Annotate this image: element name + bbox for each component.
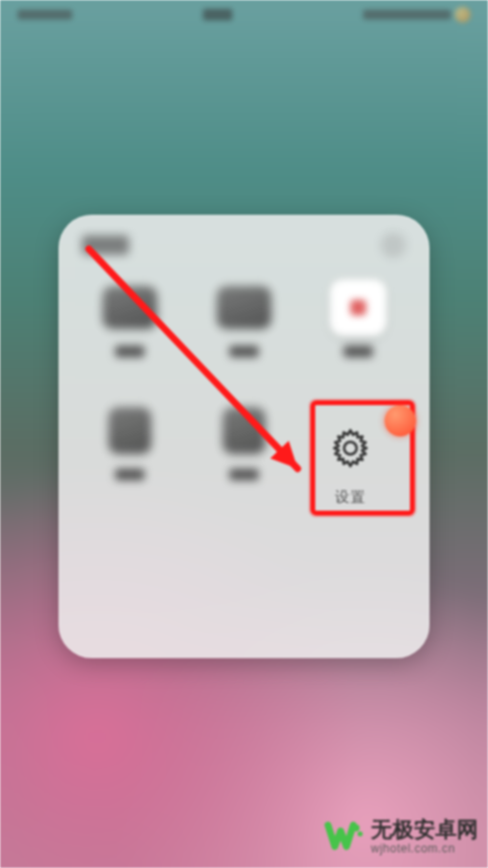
app-label (229, 346, 259, 357)
status-bar (0, 4, 488, 25)
status-right (363, 7, 470, 22)
blur-app-icon (223, 407, 265, 454)
folder-app-1[interactable] (72, 279, 186, 396)
watermark-sub: wjhotel.com.cn (371, 843, 478, 855)
status-time (203, 9, 232, 21)
status-orange-icon (455, 7, 470, 22)
app-label (115, 469, 144, 480)
blur-app-icon (217, 286, 271, 329)
settings-notification-badge (385, 405, 416, 436)
svg-point-3 (353, 825, 360, 832)
watermark-logo-icon (324, 817, 363, 856)
folder-app-2[interactable] (186, 279, 301, 396)
blur-app-icon (102, 286, 157, 329)
phone-screen: 设置 无极安卓网 wjhotel.com.cn (0, 0, 488, 868)
folder-more-icon[interactable] (381, 232, 406, 258)
settings-app-label: 设置 (335, 488, 366, 507)
blur-app-icon (108, 407, 151, 454)
watermark: 无极安卓网 wjhotel.com.cn (324, 817, 478, 856)
svg-point-4 (357, 831, 362, 836)
status-left (18, 10, 72, 20)
watermark-text: 无极安卓网 wjhotel.com.cn (371, 818, 478, 854)
folder-header (59, 215, 429, 268)
gear-icon (324, 422, 377, 475)
folder-app-4[interactable] (72, 402, 186, 519)
svg-point-0 (345, 442, 357, 455)
watermark-main: 无极安卓网 (371, 818, 478, 842)
folder-app-3[interactable] (302, 279, 416, 396)
app-label (115, 346, 144, 357)
app-label (344, 346, 373, 357)
app-label (229, 469, 259, 480)
folder-title (82, 235, 129, 255)
white-card-icon (330, 279, 386, 336)
settings-app[interactable]: 设置 (324, 422, 377, 507)
folder-app-5[interactable] (186, 402, 301, 519)
